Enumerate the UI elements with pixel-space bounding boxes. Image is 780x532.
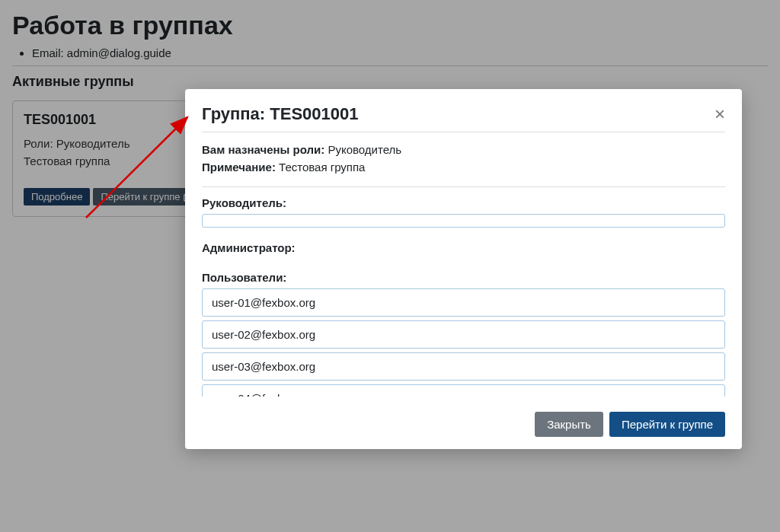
roles-label: Вам назначены роли: [202,143,324,156]
roles-line: Вам назначены роли: Руководитель [202,142,725,159]
modal-title: Группа: TES001001 [202,104,358,124]
user-row[interactable]: user-04@fexbox.org [202,384,725,397]
close-button[interactable]: Закрыть [535,412,603,437]
leader-field[interactable] [202,214,725,228]
roles-value: Руководитель [328,143,401,156]
note-value: Тестовая группа [279,161,365,174]
close-icon[interactable]: × [714,105,725,123]
user-row[interactable]: user-03@fexbox.org [202,352,725,381]
group-modal: Группа: TES001001 × Вам назначены роли: … [185,89,742,449]
note-label: Примечание: [202,161,276,174]
modal-divider [202,132,725,132]
users-label: Пользователи: [202,271,725,284]
section-divider [202,186,725,187]
note-line: Примечание: Тестовая группа [202,159,725,177]
users-list[interactable]: user-01@fexbox.org user-02@fexbox.org us… [202,288,725,397]
goto-group-button-modal[interactable]: Перейти к группе [609,412,725,437]
user-row[interactable]: user-02@fexbox.org [202,320,725,349]
leader-label: Руководитель: [202,196,725,209]
admin-label: Администратор: [202,241,725,254]
user-row[interactable]: user-01@fexbox.org [202,288,725,317]
